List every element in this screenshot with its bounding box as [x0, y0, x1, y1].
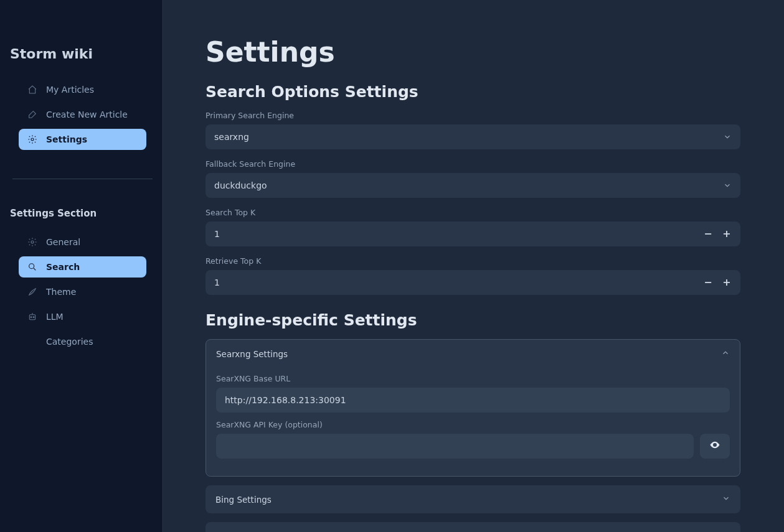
svg-point-1: [31, 241, 34, 243]
main-content: Settings Search Options Settings Primary…: [162, 0, 784, 532]
svg-point-4: [31, 317, 32, 318]
bing-accordion: Bing Settings: [205, 485, 740, 513]
primary-engine-label: Primary Search Engine: [205, 111, 740, 120]
primary-engine-value: searxng: [214, 132, 249, 142]
search-top-k-stepper[interactable]: 1 − +: [205, 222, 740, 246]
chevron-down-icon: [723, 181, 732, 190]
increment-button[interactable]: +: [722, 278, 732, 287]
section-label: LLM: [46, 312, 64, 322]
yourdm-accordion: Yourdm Settings: [205, 522, 740, 532]
chevron-down-icon: [722, 494, 730, 505]
decrement-button[interactable]: −: [703, 278, 713, 287]
section-general[interactable]: General: [19, 231, 146, 253]
searxng-api-key-field: SearXNG API Key (optional): [216, 420, 730, 459]
robot-icon: [27, 312, 37, 322]
nav-settings[interactable]: Settings: [19, 129, 146, 150]
search-icon: [27, 262, 37, 272]
fallback-engine-value: duckduckgo: [214, 180, 267, 190]
settings-section-title: Settings Section: [10, 208, 155, 219]
searxng-accordion-title: Searxng Settings: [216, 349, 288, 359]
retrieve-top-k-stepper[interactable]: 1 − +: [205, 270, 740, 295]
engine-specific-heading: Engine-specific Settings: [205, 311, 740, 329]
nav-label: Settings: [46, 134, 87, 144]
searxng-base-url-label: SearXNG Base URL: [216, 374, 730, 383]
brush-icon: [27, 287, 37, 297]
searxng-api-key-input[interactable]: [225, 441, 685, 451]
bing-accordion-header[interactable]: Bing Settings: [205, 485, 740, 513]
eye-icon: [709, 439, 720, 453]
section-label: Search: [46, 262, 80, 272]
primary-nav: My Articles Create New Article Settings: [10, 79, 155, 150]
sidebar: Storm wiki My Articles Create New Articl…: [0, 0, 162, 532]
section-label: Categories: [46, 337, 93, 347]
toggle-password-visibility-button[interactable]: [700, 434, 730, 459]
fallback-engine-field: Fallback Search Engine duckduckgo: [205, 159, 740, 198]
nav-label: Create New Article: [46, 110, 128, 119]
searxng-api-key-label: SearXNG API Key (optional): [216, 420, 730, 429]
searxng-base-url-field: SearXNG Base URL: [216, 374, 730, 413]
gear-icon: [27, 134, 37, 144]
chevron-down-icon: [723, 133, 732, 141]
sidebar-divider: [12, 179, 153, 179]
search-top-k-field: Search Top K 1 − +: [205, 208, 740, 246]
home-icon: [27, 85, 37, 95]
primary-engine-field: Primary Search Engine searxng: [205, 111, 740, 149]
searxng-accordion-body: SearXNG Base URL SearXNG API Key (option…: [206, 368, 740, 476]
section-llm[interactable]: LLM: [19, 306, 146, 327]
section-label: Theme: [46, 287, 76, 297]
blank-icon: [27, 337, 37, 347]
edit-icon: [27, 110, 37, 119]
section-categories[interactable]: Categories: [19, 331, 146, 352]
fallback-engine-label: Fallback Search Engine: [205, 159, 740, 169]
bing-accordion-title: Bing Settings: [215, 495, 272, 505]
svg-point-2: [29, 264, 34, 269]
searxng-base-url-input-wrap: [216, 388, 730, 413]
svg-point-0: [31, 138, 34, 141]
search-top-k-value: 1: [214, 229, 220, 239]
section-theme[interactable]: Theme: [19, 281, 146, 302]
svg-point-5: [33, 317, 34, 318]
gear-icon: [27, 237, 37, 247]
decrement-button[interactable]: −: [703, 229, 713, 239]
retrieve-top-k-label: Retrieve Top K: [205, 256, 740, 266]
primary-engine-select[interactable]: searxng: [205, 124, 740, 149]
nav-label: My Articles: [46, 85, 94, 95]
searxng-accordion: Searxng Settings SearXNG Base URL SearXN…: [205, 339, 740, 477]
searxng-accordion-header[interactable]: Searxng Settings: [206, 340, 740, 368]
searxng-api-key-input-wrap: [216, 434, 694, 459]
app-title: Storm wiki: [10, 46, 155, 62]
nav-create-article[interactable]: Create New Article: [19, 104, 146, 125]
searxng-base-url-input[interactable]: [225, 395, 721, 405]
retrieve-top-k-value: 1: [214, 278, 220, 287]
fallback-engine-select[interactable]: duckduckgo: [205, 173, 740, 198]
page-title: Settings: [205, 36, 740, 68]
increment-button[interactable]: +: [722, 229, 732, 239]
settings-section-nav: General Search Theme LLM Categories: [10, 231, 155, 352]
search-options-heading: Search Options Settings: [205, 83, 740, 101]
section-search[interactable]: Search: [19, 256, 146, 278]
yourdm-accordion-header[interactable]: Yourdm Settings: [205, 522, 740, 532]
search-top-k-label: Search Top K: [205, 208, 740, 217]
nav-my-articles[interactable]: My Articles: [19, 79, 146, 100]
retrieve-top-k-field: Retrieve Top K 1 − +: [205, 256, 740, 295]
chevron-up-icon: [721, 348, 730, 359]
section-label: General: [46, 237, 80, 247]
